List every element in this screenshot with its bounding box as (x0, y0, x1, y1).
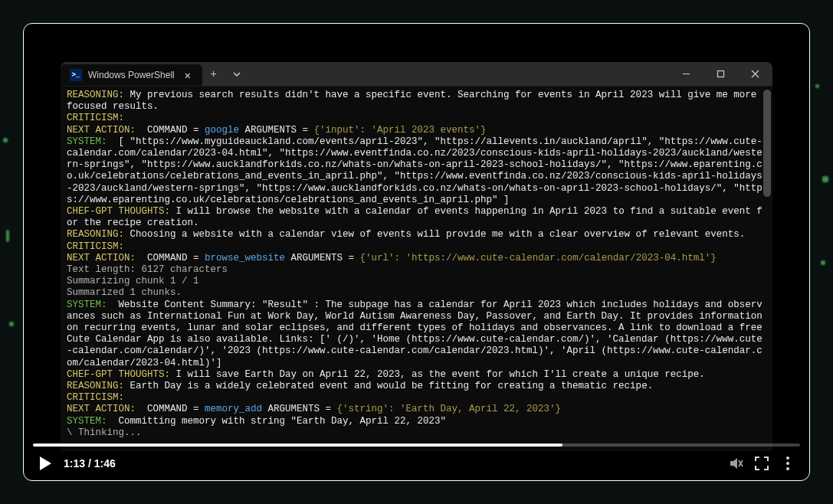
svg-point-4 (786, 467, 789, 470)
fullscreen-icon[interactable] (754, 456, 769, 471)
terminal-line: NEXT ACTION: COMMAND = browse_website AR… (67, 253, 766, 264)
powershell-icon: >_ (70, 69, 82, 81)
current-time: 1:13 (64, 457, 85, 470)
scrollbar-thumb[interactable] (763, 90, 771, 197)
tabs-dropdown-icon[interactable] (225, 62, 248, 86)
video-time-display: 1:13 / 1:46 (64, 457, 116, 470)
tab-title: Windows PowerShell (88, 70, 175, 80)
terminal-line: Summarizing chunk 1 / 1 (67, 276, 766, 287)
terminal-line: NEXT ACTION: COMMAND = memory_add ARGUME… (67, 404, 766, 415)
terminal-line: REASONING: Earth Day is a widely celebra… (67, 381, 766, 392)
play-button[interactable] (38, 455, 53, 472)
terminal-window: >_ Windows PowerShell ✕ + REAS (61, 62, 772, 451)
window-titlebar: >_ Windows PowerShell ✕ + (61, 62, 772, 87)
close-tab-icon[interactable]: ✕ (181, 68, 195, 82)
maximize-button[interactable] (703, 62, 738, 86)
terminal-line: Summarized 1 chunks. (67, 287, 766, 299)
terminal-line: REASONING: Choosing a website with a cal… (67, 229, 766, 241)
svg-point-2 (786, 457, 789, 460)
terminal-line: CRITICISM: (67, 392, 766, 404)
terminal-line: SYSTEM: [ "https://www.myguideauckland.c… (67, 136, 766, 206)
terminal-line: CRITICISM: (67, 113, 766, 124)
video-controls-bar: 1:13 / 1:46 (24, 447, 809, 480)
terminal-line: NEXT ACTION: COMMAND = google ARGUMENTS … (67, 125, 766, 136)
close-window-button[interactable] (738, 62, 772, 86)
new-tab-button[interactable]: + (202, 62, 225, 86)
terminal-line: CRITICISM: (67, 241, 766, 253)
terminal-line: REASONING: My previous search results di… (67, 90, 766, 113)
svg-point-3 (786, 462, 789, 465)
volume-muted-icon[interactable] (728, 456, 743, 471)
terminal-line: SYSTEM: Website Content Summary: "Result… (67, 299, 766, 369)
more-options-icon[interactable] (780, 456, 795, 471)
terminal-output[interactable]: REASONING: My previous search results di… (61, 87, 772, 451)
video-player-frame: >_ Windows PowerShell ✕ + REAS (23, 23, 810, 481)
terminal-line: \ Thinking... (67, 427, 766, 439)
svg-rect-1 (718, 71, 724, 77)
tab-powershell[interactable]: >_ Windows PowerShell ✕ (61, 64, 202, 86)
terminal-line: Text length: 6127 characters (67, 264, 766, 276)
terminal-line: SYSTEM: Committing memory with string "E… (67, 416, 766, 427)
minimize-button[interactable] (669, 62, 703, 86)
duration: 1:46 (94, 457, 116, 470)
terminal-line: CHEF-GPT THOUGHTS: I will browse the web… (67, 206, 766, 229)
terminal-line: CHEF-GPT THOUGHTS: I will save Earth Day… (67, 369, 766, 381)
